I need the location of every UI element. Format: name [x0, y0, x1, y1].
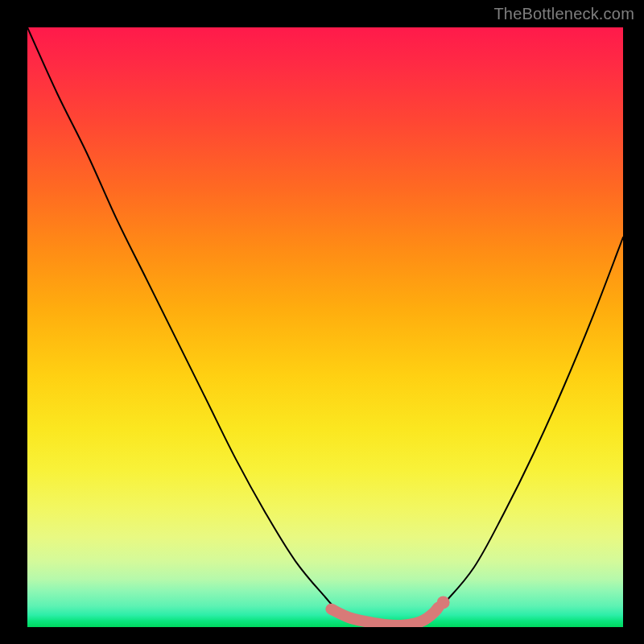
curve-canvas	[27, 27, 623, 627]
watermark-text: TheBottleneck.com	[493, 5, 634, 23]
highlight-band-line	[331, 607, 438, 625]
highlight-markers	[331, 596, 449, 625]
chart-frame: TheBottleneck.com	[0, 0, 644, 644]
bottleneck-curve	[27, 27, 623, 625]
plot-area	[27, 27, 623, 627]
highlight-end-dot	[437, 596, 450, 609]
